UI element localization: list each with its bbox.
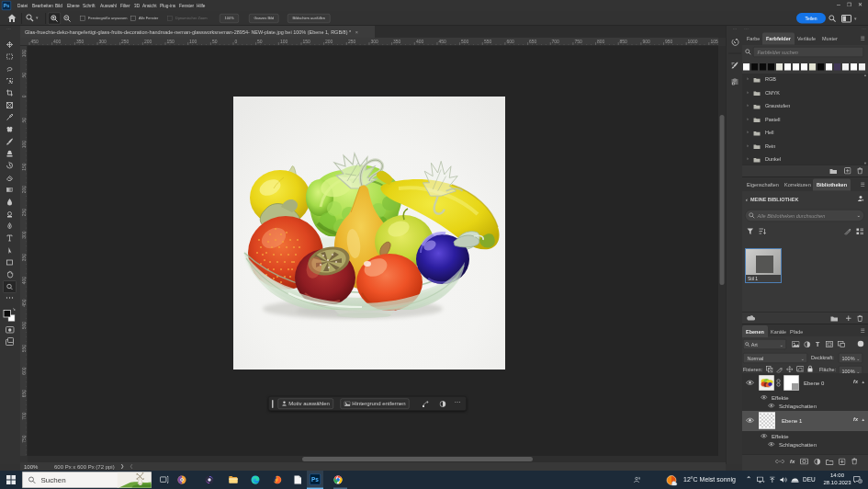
svg-text:150: 150	[21, 163, 27, 171]
svg-text:1000: 1000	[688, 39, 698, 44]
svg-text:…: …	[733, 26, 738, 30]
svg-text:650: 650	[21, 390, 27, 398]
svg-text:650: 650	[529, 39, 537, 44]
svg-text:750: 750	[21, 435, 27, 443]
svg-text:300: 300	[21, 231, 27, 239]
svg-text:550: 550	[484, 39, 492, 44]
svg-text:150: 150	[167, 39, 175, 44]
svg-text:300: 300	[99, 39, 107, 44]
svg-text:700: 700	[21, 412, 27, 420]
svg-text:200: 200	[144, 39, 152, 44]
svg-text:950: 950	[665, 39, 673, 44]
svg-text:9: 9	[860, 480, 862, 483]
svg-text:800: 800	[597, 39, 605, 44]
svg-text:600: 600	[507, 39, 515, 44]
svg-text:50: 50	[21, 73, 27, 78]
svg-text:450: 450	[21, 299, 27, 307]
svg-text:500: 500	[21, 322, 27, 330]
svg-text:0: 0	[235, 39, 238, 44]
svg-text:400: 400	[53, 39, 62, 44]
svg-text:450: 450	[439, 39, 447, 44]
svg-text:100: 100	[21, 50, 27, 58]
svg-text:900: 900	[643, 39, 651, 44]
svg-text:500: 500	[461, 39, 469, 44]
svg-text:350: 350	[21, 254, 27, 262]
svg-text:1050: 1050	[711, 39, 719, 44]
svg-text:700: 700	[552, 39, 560, 44]
svg-text:200: 200	[21, 186, 27, 194]
svg-text:600: 600	[21, 367, 27, 375]
svg-text:100: 100	[280, 39, 288, 44]
svg-text:400: 400	[416, 39, 424, 44]
svg-text:300: 300	[371, 39, 379, 44]
svg-text:50: 50	[21, 118, 27, 123]
svg-text:350: 350	[76, 39, 85, 44]
svg-text:350: 350	[393, 39, 401, 44]
svg-text:250: 250	[348, 39, 356, 44]
svg-text:850: 850	[620, 39, 628, 44]
svg-text:250: 250	[121, 39, 130, 44]
svg-text:200: 200	[325, 39, 333, 44]
svg-text:50: 50	[212, 39, 218, 44]
svg-text:100: 100	[189, 39, 197, 44]
svg-text:50: 50	[257, 39, 263, 44]
svg-text:150: 150	[303, 39, 311, 44]
svg-text:750: 750	[575, 39, 583, 44]
svg-text:450: 450	[31, 39, 39, 44]
